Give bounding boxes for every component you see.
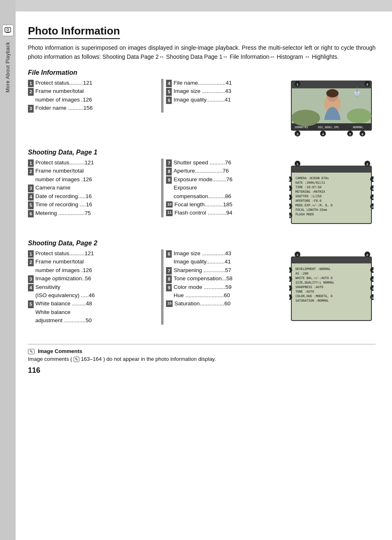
list-item: 10 Focal length............185	[166, 201, 285, 209]
svg-text:2: 2	[367, 253, 369, 257]
item-subtext: compensation...........86	[166, 192, 285, 201]
list-item: 4 Date of recording.....16	[28, 192, 159, 201]
svg-text:SIZE,QUALITY:L NORMAL: SIZE,QUALITY:L NORMAL	[295, 281, 334, 284]
list-item: 3 Folder name ..........156	[28, 104, 159, 113]
shooting-page2-block: 1 Protect status..........121 2 Frame nu…	[28, 249, 376, 332]
item-number: 1	[28, 250, 34, 258]
svg-text:TIME      :10:07:50: TIME :10:07:50	[295, 185, 322, 189]
svg-text:2: 2	[367, 83, 369, 86]
list-item: 5 White balance .........48	[28, 300, 159, 308]
list-item: 1 Protect status..........121	[28, 249, 159, 258]
svg-text:3: 3	[297, 132, 299, 136]
sidebar: More About Playback	[0, 0, 16, 540]
shooting-page2-screen-svg: 1 2 DEVELOPMENT :NORMAL AS :200 WHITE BA…	[289, 249, 374, 332]
svg-text:4: 4	[322, 132, 324, 136]
svg-rect-1	[6, 32, 9, 33]
file-info-block: 1 Protect status.........121 2 Frame num…	[28, 79, 376, 140]
item-number: 6	[28, 210, 34, 218]
item-number: 3	[28, 185, 34, 192]
shooting-page1-section: Shooting Data, Page 1 1 Protect status..…	[28, 149, 376, 231]
item-number: 7	[166, 267, 172, 275]
svg-text:2: 2	[367, 162, 369, 166]
svg-text:1: 1	[297, 253, 299, 257]
item-text: Metering .................75	[35, 209, 159, 217]
svg-text:SATURATION  :NORMAL: SATURATION :NORMAL	[295, 299, 329, 302]
svg-text:10: 10	[371, 205, 374, 208]
svg-text:WHITE BAL.+/-:AUTO  0: WHITE BAL.+/-:AUTO 0	[295, 276, 333, 280]
item-number: 4	[28, 284, 34, 292]
item-text: Frame number/total	[35, 87, 159, 95]
item-subtext: adjustment ..............50	[28, 316, 159, 325]
item-number: 11	[166, 210, 173, 216]
svg-rect-28	[291, 166, 371, 173]
shooting-page2-diagram: 1 2 DEVELOPMENT :NORMAL AS :200 WHITE BA…	[289, 249, 376, 332]
item-number: 8	[166, 275, 172, 283]
file-info-left: 1 Protect status.........121 2 Frame num…	[28, 79, 159, 113]
item-number: 9	[166, 176, 172, 184]
sidebar-label: More About Playback	[5, 42, 11, 92]
svg-text:5: 5	[349, 132, 351, 136]
shooting-page2-items: 1 Protect status..........121 2 Frame nu…	[28, 249, 285, 325]
svg-text:METERING  :MATRIX: METERING :MATRIX	[295, 190, 325, 194]
item-text: Protect status..........121	[35, 249, 159, 258]
shooting-page1-block: 1 Protect status..........121 2 Frame nu…	[28, 159, 376, 231]
shooting-page2-left: 1 Protect status..........121 2 Frame nu…	[28, 249, 159, 325]
shooting-page1-items: 1 Protect status..........121 2 Frame nu…	[28, 159, 285, 217]
column-divider	[161, 159, 164, 217]
page-wrapper: More About Playback Photo Information Ph…	[0, 0, 392, 540]
item-text: Image optimization..56	[35, 275, 159, 283]
note-page-ref: 163–164	[81, 356, 102, 362]
item-text: Color mode ..............59	[173, 283, 285, 291]
item-text: Time of recording ....16	[35, 201, 159, 209]
item-number: 8	[166, 168, 172, 175]
item-number: 2	[28, 88, 34, 96]
svg-rect-4	[291, 81, 371, 88]
list-item: 3 Camera name	[28, 184, 159, 192]
list-item: 11 Flash control ............94	[166, 209, 285, 217]
list-item: 6 Image size ...............43	[166, 249, 285, 258]
item-number: 3	[28, 105, 34, 113]
svg-text:COLOR,HUE   :MODETA, 0: COLOR,HUE :MODETA, 0	[295, 294, 333, 298]
svg-text:AS          :200: AS :200	[295, 272, 309, 275]
file-information-section: File Information 1 Protect status.......…	[28, 69, 376, 140]
list-item: 10 Saturation................60	[166, 300, 285, 308]
file-info-diagram: 100N070S DSC_0001.JPG NORMAL	[289, 79, 376, 140]
note-text: Image comments ( ✎ 163–164 ) do not appe…	[28, 356, 376, 362]
list-item: 6 Metering .................75	[28, 209, 159, 218]
svg-text:DATE      :2006/02/21: DATE :2006/02/21	[295, 181, 325, 185]
item-text: Aperture..................76	[173, 167, 285, 175]
item-number: 2	[28, 168, 34, 175]
item-number: 5	[166, 88, 172, 96]
item-text: Protect status.........121	[35, 79, 159, 87]
item-text: Sharpening ..............57	[173, 266, 285, 275]
svg-text:6: 6	[372, 278, 374, 282]
item-text: Date of recording.....16	[35, 192, 159, 201]
list-item: 5 Image size ...............43	[166, 87, 285, 96]
top-bar	[16, 0, 392, 12]
svg-text:CAMERA    :NIKON D70s: CAMERA :NIKON D70s	[295, 176, 329, 180]
svg-text:MODE.EXP.+/-:M, 0, 0: MODE.EXP.+/-:M, 0, 0	[295, 203, 333, 207]
list-item: 9 Exposure mode.........76	[166, 175, 285, 184]
list-item: 1 Protect status..........121	[28, 159, 159, 167]
item-text: White balance .........48	[35, 300, 159, 308]
item-number: 2	[28, 258, 34, 266]
item-subtext: number of images .126	[28, 96, 159, 104]
sidebar-icon	[2, 25, 14, 36]
svg-text:100N070S: 100N070S	[294, 126, 308, 129]
svg-text:1: 1	[297, 162, 299, 166]
item-subtext: number of images .126	[28, 266, 159, 275]
note-icon: ✎	[28, 349, 35, 354]
item-number: 6	[166, 97, 172, 104]
item-number: 3	[28, 275, 34, 283]
item-text: Protect status..........121	[35, 159, 159, 167]
item-text: Sensitivity	[35, 283, 159, 291]
main-content: Photo Information Photo information is s…	[16, 0, 392, 540]
svg-rect-61	[291, 257, 371, 263]
item-text: Image size ...............43	[173, 87, 285, 95]
shooting-page1-diagram: 1 2 CAMERA :NIKON D70s DATE :2006/02/21 …	[289, 159, 376, 231]
note-title: Image Comments	[38, 348, 82, 354]
svg-text:FLASH MODE: FLASH MODE	[295, 212, 314, 216]
shooting-page2-columns: 1 Protect status..........121 2 Frame nu…	[28, 249, 285, 325]
svg-text:TONE        :AUTO: TONE :AUTO	[295, 290, 314, 293]
item-number: 4	[166, 80, 172, 88]
